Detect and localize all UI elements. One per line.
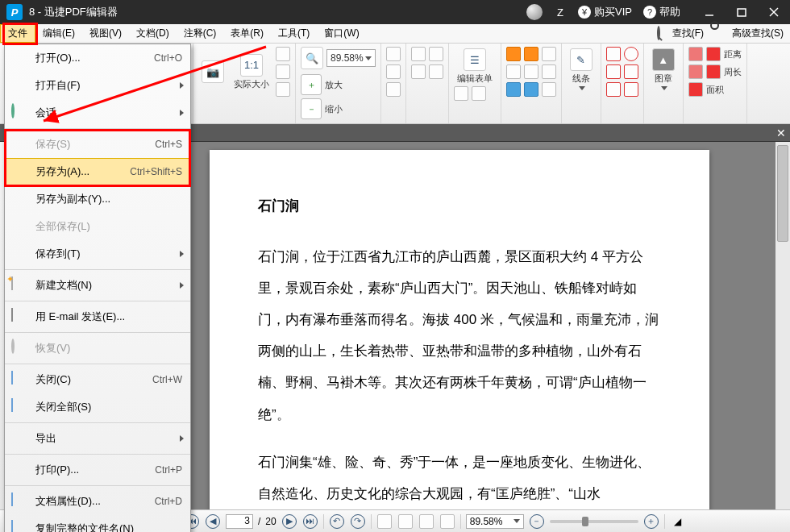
doc-paragraph-1: 石门涧，位于江西省九江市的庐山西麓，景区面积大约 4 平方公里，景观百余处，素称… [258,241,661,430]
menu-save[interactable]: 保存(S) Ctrl+S [5,131,190,158]
extra-2-button[interactable] [397,513,414,530]
menu-save-all[interactable]: 全部保存(L) [5,213,190,240]
menu-session[interactable]: 会话 [5,99,190,127]
typewriter-button[interactable] [524,82,538,97]
menu-edit[interactable]: 编辑(E) [35,24,82,43]
polygon-tool[interactable] [606,82,621,97]
text-edit-button[interactable] [411,47,426,61]
last-page-button[interactable]: ⏭ [302,513,318,530]
zoom-out-small-button[interactable]: － [529,513,545,530]
perimeter-icon[interactable] [688,64,703,79]
zoom-combo[interactable]: 89.58% [326,49,376,67]
actual-size-button[interactable]: 1:1 实际大小 [231,52,272,92]
actual-size-label: 实际大小 [234,78,269,90]
menu-open-from[interactable]: 打开自(F) [5,72,190,99]
menu-close-all[interactable]: 关闭全部(S) [5,393,190,421]
zoom-slider[interactable] [550,520,638,523]
perimeter-tool[interactable] [706,64,721,79]
menu-open[interactable]: 打开(O)... Ctrl+O [5,44,190,72]
rotate-right-button[interactable] [386,64,401,79]
eraser-tool[interactable] [688,47,703,61]
advanced-find-button[interactable]: 高级查找(S) [710,27,790,40]
menu-window[interactable]: 窗口(W) [317,24,366,43]
select-tool-button[interactable] [429,47,443,61]
corner-button[interactable]: ◢ [670,513,686,530]
menu-export[interactable]: 导出 [5,425,190,452]
hand-tool-button[interactable] [411,64,426,79]
rotate-other-button[interactable] [386,82,401,97]
buy-vip-button[interactable]: ¥ 购买VIP [578,5,632,19]
extra-4-button[interactable] [439,513,455,530]
form-tool-a[interactable] [454,86,468,101]
menu-document[interactable]: 文档(D) [129,24,177,43]
find-button[interactable]: 查找(F) [651,27,710,40]
oval-tool[interactable] [624,47,638,61]
tab-close-button[interactable]: ✕ [772,124,790,142]
zoom-icon[interactable]: 🔍 [301,47,323,69]
vertical-scrollbar[interactable] [775,142,790,509]
menu-view[interactable]: 视图(V) [82,24,129,43]
print-icon [11,462,27,478]
strike-button[interactable] [542,64,556,79]
cloud-tool[interactable] [624,82,638,97]
fit-page-button[interactable] [276,47,290,61]
callout-button[interactable] [506,82,521,97]
globe-icon[interactable] [526,4,543,20]
menu-doc-props[interactable]: 文档属性(D)... Ctrl+D [5,488,190,515]
next-page-button[interactable]: ▶ [281,513,297,530]
nav-fwd-button[interactable]: ↷ [350,513,366,530]
zoom-in-button[interactable]: ＋ [301,74,322,95]
camera-tool[interactable]: 📷 [198,59,227,85]
note-button[interactable] [542,47,556,61]
polyline-tool[interactable] [624,64,638,79]
zoom-slider-knob[interactable] [582,517,588,526]
form-tool-b[interactable] [472,86,486,101]
help-button[interactable]: ? 帮助 [643,5,680,19]
zoom-in-small-button[interactable]: ＋ [643,513,659,530]
rect-tool[interactable] [606,47,621,61]
nav-back-button[interactable]: ↶ [329,513,345,530]
menu-file[interactable]: 文件 [0,24,35,43]
menu-comment[interactable]: 注释(C) [177,24,224,43]
line-tool-button[interactable]: ✎ 线条 [567,47,596,92]
menu-save-to[interactable]: 保存到(T) [5,240,190,268]
menu-save-as-copy[interactable]: 另存为副本(Y)... [5,185,190,213]
menu-email[interactable]: 用 E-mail 发送(E)... [5,303,190,330]
sound-button[interactable] [542,82,556,97]
camera-icon: 📷 [202,60,224,83]
underline-button[interactable] [506,64,521,79]
squiggly-button[interactable] [524,64,538,79]
area-tool[interactable] [688,82,703,97]
page-number-field[interactable]: 3 [226,514,253,529]
menu-print[interactable]: 打印(P)... Ctrl+P [5,456,190,484]
menu-new-doc[interactable]: 新建文档(N) [5,272,190,299]
rotate-left-button[interactable] [386,47,401,61]
distance-tool[interactable] [706,47,721,61]
fit-width-button[interactable] [276,64,290,79]
page-view[interactable]: 石门涧 石门涧，位于江西省九江市的庐山西麓，景区面积大约 4 平方公里，景观百余… [210,150,709,509]
menu-copy-filename[interactable]: 复制完整的文件名(N) [5,515,190,532]
highlight-button[interactable] [506,47,521,61]
extra-3-button[interactable] [418,513,434,530]
close-window-button[interactable] [758,0,790,24]
text-box-button[interactable] [524,47,538,61]
fit-height-button[interactable] [276,82,290,97]
menu-restore[interactable]: 恢复(V) [5,335,190,362]
snapshot-tool-button[interactable] [429,64,443,79]
zoom-out-button[interactable]: － [301,98,322,119]
minimize-button[interactable] [693,0,726,24]
file-menu-dropdown: 打开(O)... Ctrl+O 打开自(F) 会话 保存(S) Ctrl+S 另… [4,44,191,532]
menu-tools[interactable]: 工具(T) [271,24,317,43]
zoom-select[interactable]: 89.58% [466,514,524,529]
stamp-button[interactable]: ▲ 图章 [649,47,678,92]
menu-close[interactable]: 关闭(C) Ctrl+W [5,366,190,393]
prev-page-button[interactable]: ◀ [205,513,221,530]
user-label[interactable]: Z [557,6,563,19]
scrollbar-thumb[interactable] [777,145,788,242]
line-shape-tool[interactable] [606,64,621,79]
edit-form-button[interactable]: ☰ 编辑表单 [454,47,496,86]
menu-form[interactable]: 表单(R) [223,24,271,43]
maximize-button[interactable] [726,0,758,24]
extra-1-button[interactable] [376,513,393,530]
menu-save-as[interactable]: 另存为(A)... Ctrl+Shift+S [5,158,190,185]
